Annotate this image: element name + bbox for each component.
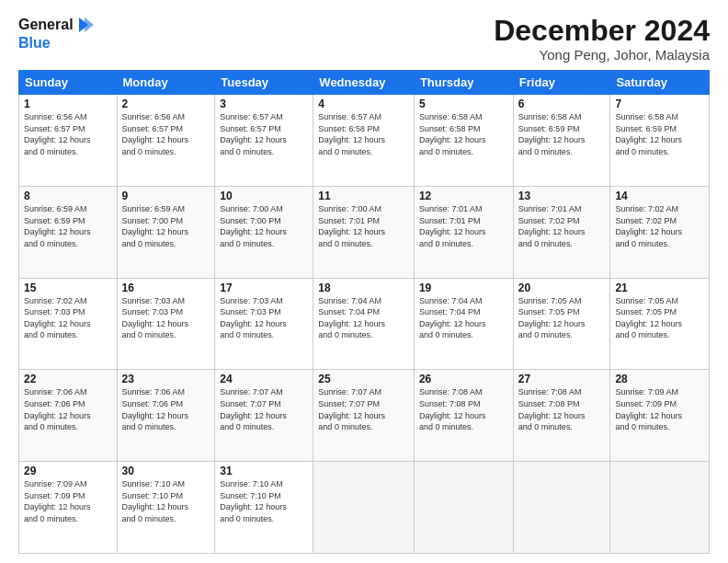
day-number: 16 [122, 282, 210, 294]
table-row: 1 Sunrise: 6:56 AM Sunset: 6:57 PM Dayli… [19, 95, 710, 187]
day-content: Sunrise: 7:09 AM Sunset: 7:09 PM Dayligh… [615, 386, 704, 432]
table-cell: 7 Sunrise: 6:58 AM Sunset: 6:59 PM Dayli… [610, 95, 710, 187]
table-cell: 21 Sunrise: 7:05 AM Sunset: 7:05 PM Dayl… [610, 278, 710, 370]
header-row: Sunday Monday Tuesday Wednesday Thursday… [19, 71, 710, 95]
subtitle: Yong Peng, Johor, Malaysia [494, 47, 710, 63]
day-number: 6 [518, 98, 606, 110]
main-title: December 2024 [494, 15, 710, 47]
day-number: 29 [24, 465, 112, 477]
table-cell: 8 Sunrise: 6:59 AM Sunset: 6:59 PM Dayli… [19, 186, 118, 278]
day-content: Sunrise: 7:06 AM Sunset: 7:06 PM Dayligh… [122, 386, 210, 432]
col-friday: Friday [513, 71, 610, 95]
day-number: 30 [122, 465, 210, 477]
day-number: 22 [24, 373, 112, 385]
day-content: Sunrise: 7:07 AM Sunset: 7:07 PM Dayligh… [318, 386, 409, 432]
day-number: 15 [24, 282, 112, 294]
day-content: Sunrise: 7:05 AM Sunset: 7:05 PM Dayligh… [518, 295, 606, 341]
day-number: 10 [220, 190, 308, 202]
table-cell [610, 462, 710, 554]
table-cell: 20 Sunrise: 7:05 AM Sunset: 7:05 PM Dayl… [513, 278, 610, 370]
day-number: 2 [122, 98, 210, 110]
col-tuesday: Tuesday [215, 71, 313, 95]
day-content: Sunrise: 7:08 AM Sunset: 7:08 PM Dayligh… [518, 386, 606, 432]
day-content: Sunrise: 7:04 AM Sunset: 7:04 PM Dayligh… [419, 295, 508, 341]
day-number: 17 [220, 282, 308, 294]
day-number: 27 [518, 373, 606, 385]
day-content: Sunrise: 6:58 AM Sunset: 6:59 PM Dayligh… [615, 111, 704, 157]
table-cell: 22 Sunrise: 7:06 AM Sunset: 7:06 PM Dayl… [19, 370, 118, 462]
day-content: Sunrise: 7:02 AM Sunset: 7:02 PM Dayligh… [615, 203, 704, 249]
day-number: 24 [220, 373, 308, 385]
day-number: 9 [122, 190, 210, 202]
table-cell: 28 Sunrise: 7:09 AM Sunset: 7:09 PM Dayl… [610, 370, 710, 462]
day-content: Sunrise: 7:09 AM Sunset: 7:09 PM Dayligh… [24, 478, 112, 524]
day-content: Sunrise: 6:56 AM Sunset: 6:57 PM Dayligh… [24, 111, 112, 157]
table-cell [513, 462, 610, 554]
day-number: 11 [318, 190, 409, 202]
table-cell: 1 Sunrise: 6:56 AM Sunset: 6:57 PM Dayli… [19, 95, 118, 187]
day-number: 8 [24, 190, 112, 202]
day-number: 12 [419, 190, 508, 202]
day-number: 13 [518, 190, 606, 202]
day-number: 26 [419, 373, 508, 385]
day-content: Sunrise: 7:10 AM Sunset: 7:10 PM Dayligh… [220, 478, 308, 524]
day-content: Sunrise: 7:07 AM Sunset: 7:07 PM Dayligh… [220, 386, 308, 432]
day-content: Sunrise: 7:03 AM Sunset: 7:03 PM Dayligh… [220, 295, 308, 341]
table-cell: 19 Sunrise: 7:04 AM Sunset: 7:04 PM Dayl… [414, 278, 513, 370]
day-number: 1 [24, 98, 112, 110]
day-content: Sunrise: 7:02 AM Sunset: 7:03 PM Dayligh… [24, 295, 112, 341]
table-cell: 14 Sunrise: 7:02 AM Sunset: 7:02 PM Dayl… [610, 186, 710, 278]
table-cell: 13 Sunrise: 7:01 AM Sunset: 7:02 PM Dayl… [513, 186, 610, 278]
day-number: 23 [122, 373, 210, 385]
day-content: Sunrise: 6:58 AM Sunset: 6:58 PM Dayligh… [419, 111, 508, 157]
header: General Blue December 2024 Yong Peng, Jo… [18, 15, 710, 63]
table-row: 22 Sunrise: 7:06 AM Sunset: 7:06 PM Dayl… [19, 370, 710, 462]
table-cell: 17 Sunrise: 7:03 AM Sunset: 7:03 PM Dayl… [215, 278, 313, 370]
table-row: 15 Sunrise: 7:02 AM Sunset: 7:03 PM Dayl… [19, 278, 710, 370]
day-number: 18 [318, 282, 409, 294]
day-number: 5 [419, 98, 508, 110]
table-cell: 5 Sunrise: 6:58 AM Sunset: 6:58 PM Dayli… [414, 95, 513, 187]
day-content: Sunrise: 7:06 AM Sunset: 7:06 PM Dayligh… [24, 386, 112, 432]
table-cell [313, 462, 415, 554]
day-number: 31 [220, 465, 308, 477]
table-cell: 23 Sunrise: 7:06 AM Sunset: 7:06 PM Dayl… [117, 370, 215, 462]
day-content: Sunrise: 6:58 AM Sunset: 6:59 PM Dayligh… [518, 111, 606, 157]
table-cell: 10 Sunrise: 7:00 AM Sunset: 7:00 PM Dayl… [215, 186, 313, 278]
page: General Blue December 2024 Yong Peng, Jo… [0, 0, 728, 563]
day-number: 14 [615, 190, 704, 202]
day-content: Sunrise: 6:57 AM Sunset: 6:57 PM Dayligh… [220, 111, 308, 157]
table-cell: 27 Sunrise: 7:08 AM Sunset: 7:08 PM Dayl… [513, 370, 610, 462]
calendar-table: Sunday Monday Tuesday Wednesday Thursday… [18, 70, 710, 554]
col-sunday: Sunday [19, 71, 118, 95]
day-content: Sunrise: 7:04 AM Sunset: 7:04 PM Dayligh… [318, 295, 409, 341]
col-wednesday: Wednesday [313, 71, 415, 95]
day-number: 4 [318, 98, 409, 110]
table-cell: 2 Sunrise: 6:56 AM Sunset: 6:57 PM Dayli… [117, 95, 215, 187]
day-content: Sunrise: 7:08 AM Sunset: 7:08 PM Dayligh… [419, 386, 508, 432]
table-cell: 4 Sunrise: 6:57 AM Sunset: 6:58 PM Dayli… [313, 95, 415, 187]
table-cell: 11 Sunrise: 7:00 AM Sunset: 7:01 PM Dayl… [313, 186, 415, 278]
day-content: Sunrise: 7:01 AM Sunset: 7:01 PM Dayligh… [419, 203, 508, 249]
day-content: Sunrise: 7:00 AM Sunset: 7:00 PM Dayligh… [220, 203, 308, 249]
day-content: Sunrise: 7:03 AM Sunset: 7:03 PM Dayligh… [122, 295, 210, 341]
day-content: Sunrise: 7:10 AM Sunset: 7:10 PM Dayligh… [122, 478, 210, 524]
table-cell: 31 Sunrise: 7:10 AM Sunset: 7:10 PM Dayl… [215, 462, 313, 554]
day-content: Sunrise: 6:56 AM Sunset: 6:57 PM Dayligh… [122, 111, 210, 157]
table-row: 8 Sunrise: 6:59 AM Sunset: 6:59 PM Dayli… [19, 186, 710, 278]
table-cell: 15 Sunrise: 7:02 AM Sunset: 7:03 PM Dayl… [19, 278, 118, 370]
col-thursday: Thursday [414, 71, 513, 95]
day-content: Sunrise: 7:05 AM Sunset: 7:05 PM Dayligh… [615, 295, 704, 341]
day-content: Sunrise: 6:59 AM Sunset: 7:00 PM Dayligh… [122, 203, 210, 249]
table-cell: 3 Sunrise: 6:57 AM Sunset: 6:57 PM Dayli… [215, 95, 313, 187]
calendar-body: 1 Sunrise: 6:56 AM Sunset: 6:57 PM Dayli… [19, 95, 710, 554]
table-cell: 25 Sunrise: 7:07 AM Sunset: 7:07 PM Dayl… [313, 370, 415, 462]
col-monday: Monday [117, 71, 215, 95]
day-number: 25 [318, 373, 409, 385]
table-cell: 30 Sunrise: 7:10 AM Sunset: 7:10 PM Dayl… [117, 462, 215, 554]
table-cell [414, 462, 513, 554]
table-cell: 6 Sunrise: 6:58 AM Sunset: 6:59 PM Dayli… [513, 95, 610, 187]
day-number: 7 [615, 98, 704, 110]
day-content: Sunrise: 7:01 AM Sunset: 7:02 PM Dayligh… [518, 203, 606, 249]
table-cell: 12 Sunrise: 7:01 AM Sunset: 7:01 PM Dayl… [414, 186, 513, 278]
